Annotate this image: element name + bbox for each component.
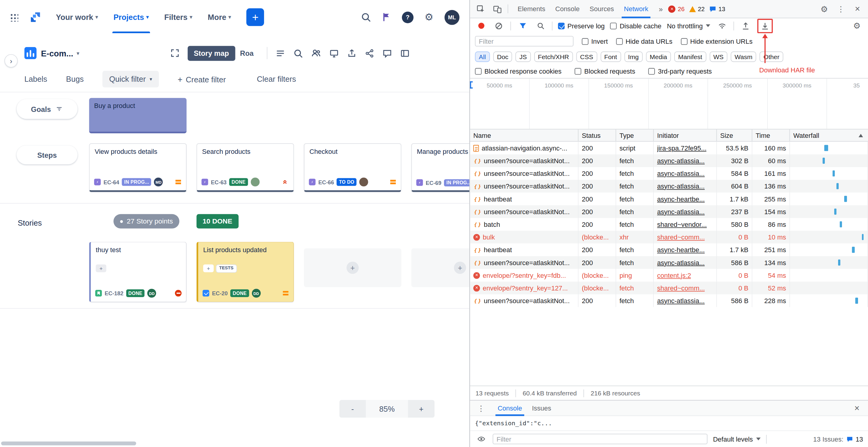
initiator-link[interactable]: async-heartbe... (657, 246, 705, 254)
people-button[interactable] (311, 48, 321, 58)
network-settings-button[interactable]: ⚙ (851, 20, 863, 32)
log-levels-select[interactable]: Default levels (713, 435, 761, 443)
import-har-button[interactable] (740, 20, 752, 32)
devtools-tab[interactable]: Network (619, 0, 653, 18)
roadmap-tab[interactable]: Roa (235, 45, 259, 61)
story-card[interactable]: thuy test EC-182 DONE DD (89, 242, 187, 302)
network-request-row[interactable]: unseen?source=atlaskitNot... 200 fetch a… (470, 256, 868, 269)
app-switcher-button[interactable] (10, 13, 19, 22)
clear-network-log-button[interactable] (493, 20, 505, 32)
drawer-close-button[interactable]: × (851, 402, 863, 414)
column-header[interactable]: Status (579, 129, 616, 141)
add-icon[interactable] (203, 264, 214, 273)
devtools-menu-button[interactable]: ⋮ (835, 3, 847, 15)
devtools-tab[interactable]: Sources (585, 0, 619, 18)
record-network-log-button[interactable] (475, 20, 487, 32)
search-button[interactable] (361, 12, 371, 22)
more-tabs-button[interactable]: » (658, 5, 664, 13)
share-button[interactable] (365, 48, 374, 58)
devtools-settings-button[interactable]: ⚙ (818, 3, 830, 15)
resource-filter-chip[interactable]: Font (600, 52, 621, 62)
preserve-log-checkbox[interactable]: Preserve log (558, 22, 605, 30)
step-card[interactable]: Checkout EC-66 TO DO (304, 143, 401, 192)
goals-row-header[interactable]: Goals (17, 99, 78, 119)
issues-count-badge[interactable]: 13 (709, 5, 725, 12)
settings-button[interactable]: ⚙ (425, 12, 434, 22)
network-overview-timeline[interactable]: 50000 ms 100000 ms 150000 ms 200000 ms 2… (470, 78, 868, 129)
download-har-button[interactable] (759, 20, 771, 32)
zoom-in-button[interactable]: + (408, 400, 435, 418)
project-title-button[interactable]: E-com... ▾ (41, 48, 80, 58)
network-filter-input[interactable] (475, 36, 574, 46)
inspect-element-button[interactable] (474, 3, 487, 15)
side-panel-button[interactable] (400, 48, 409, 58)
board-search-button[interactable] (293, 48, 303, 58)
column-header[interactable]: Name (470, 129, 578, 141)
initiator-link[interactable]: async-atlassia... (657, 258, 705, 266)
network-option-checkbox[interactable]: Blocked requests (575, 67, 635, 75)
create-button[interactable]: + (247, 8, 265, 26)
drawer-tab[interactable]: Issues (527, 400, 556, 416)
drawer-menu-button[interactable]: ⋮ (475, 402, 487, 414)
step-card[interactable]: Manage products EC-69 IN PROG... (411, 143, 470, 192)
initiator-link[interactable]: async-atlassia... (657, 297, 705, 305)
resource-filter-chip[interactable]: Fetch/XHR (534, 52, 573, 62)
presentation-button[interactable] (330, 48, 339, 58)
network-request-row[interactable]: unseen?source=atlaskitNot... 200 fetch a… (470, 294, 868, 307)
resource-filter-chip[interactable]: Manifest (674, 52, 706, 62)
network-request-row[interactable]: heartbeat 200 fetch async-heartbe... 1.7… (470, 192, 868, 205)
initiator-link[interactable]: shared~vendor... (657, 221, 707, 228)
column-header[interactable]: Size (717, 129, 752, 141)
column-header[interactable]: Time (752, 129, 790, 141)
initiator-link[interactable]: async-atlassia... (657, 169, 705, 178)
profile-button[interactable]: ML (444, 10, 460, 25)
hide-extension-urls-checkbox[interactable]: Hide extension URLs (681, 37, 753, 45)
nav-item[interactable]: Your work ▾ (51, 0, 103, 34)
swimlanes-button[interactable] (276, 48, 285, 58)
network-conditions-button[interactable] (716, 20, 728, 32)
resource-filter-chip[interactable]: WS (710, 52, 728, 62)
create-filter-button[interactable]: Create filter (178, 74, 226, 84)
initiator-link[interactable]: content.js:2 (657, 272, 691, 279)
network-request-row[interactable]: unseen?source=atlaskitNot... 200 fetch a… (470, 205, 868, 218)
network-request-row[interactable]: heartbeat 200 fetch async-heartbe... 1.7… (470, 244, 868, 256)
initiator-link[interactable]: shared~comm... (657, 284, 705, 292)
initiator-link[interactable]: async-atlassia... (657, 208, 705, 216)
issues-counter[interactable]: 13 Issues: 13 (813, 435, 863, 443)
bugs-filter[interactable]: Bugs (66, 75, 84, 84)
resource-filter-chip[interactable]: Img (624, 52, 643, 62)
filter-toggle-button[interactable] (517, 20, 528, 32)
story-card[interactable]: List products updated TESTS EC-20 DONE D… (196, 242, 294, 302)
fullscreen-button[interactable] (170, 49, 179, 57)
error-count-badge[interactable]: ×26 (668, 5, 684, 12)
comment-button[interactable] (383, 48, 392, 58)
console-filter-input[interactable] (493, 434, 707, 444)
step-card[interactable]: View products details EC-64 IN PROG... M… (89, 143, 187, 192)
network-request-row[interactable]: atlassian-navigation.async-... 200 scrip… (470, 142, 868, 154)
resource-filter-chip[interactable]: Doc (493, 52, 512, 62)
zoom-out-button[interactable]: - (339, 400, 366, 418)
resource-filter-chip[interactable]: Other (760, 52, 783, 62)
invert-checkbox[interactable]: Invert (582, 37, 608, 45)
horizontal-scrollbar-thumb[interactable] (1, 442, 136, 446)
hide-data-urls-checkbox[interactable]: Hide data URLs (616, 37, 673, 45)
resource-filter-chip[interactable]: CSS (576, 52, 597, 62)
network-search-button[interactable] (534, 20, 546, 32)
labels-filter[interactable]: Labels (25, 75, 48, 84)
nav-item[interactable]: Projects ▾ (108, 0, 155, 34)
goal-card[interactable]: Buy a product (89, 98, 187, 133)
network-option-checkbox[interactable]: Blocked response cookies (475, 67, 562, 75)
resource-filter-chip[interactable]: All (475, 52, 490, 62)
drawer-tab[interactable]: Console (493, 400, 527, 416)
jira-logo[interactable] (29, 11, 41, 23)
initiator-link[interactable]: async-atlassia... (657, 182, 705, 190)
network-request-row[interactable]: unseen?source=atlaskitNot... 200 fetch a… (470, 180, 868, 192)
disable-cache-checkbox[interactable]: Disable cache (610, 22, 661, 30)
devtools-tab[interactable]: Console (550, 0, 585, 18)
network-request-row[interactable]: unseen?source=atlaskitNot... 200 fetch a… (470, 154, 868, 167)
column-header[interactable]: Type (616, 129, 654, 141)
network-request-row[interactable]: envelope/?sentry_key=127... (blocke... f… (470, 282, 868, 294)
overview-window-handle[interactable] (470, 82, 473, 89)
column-header[interactable]: Initiator (654, 129, 717, 141)
export-button[interactable] (347, 48, 356, 58)
